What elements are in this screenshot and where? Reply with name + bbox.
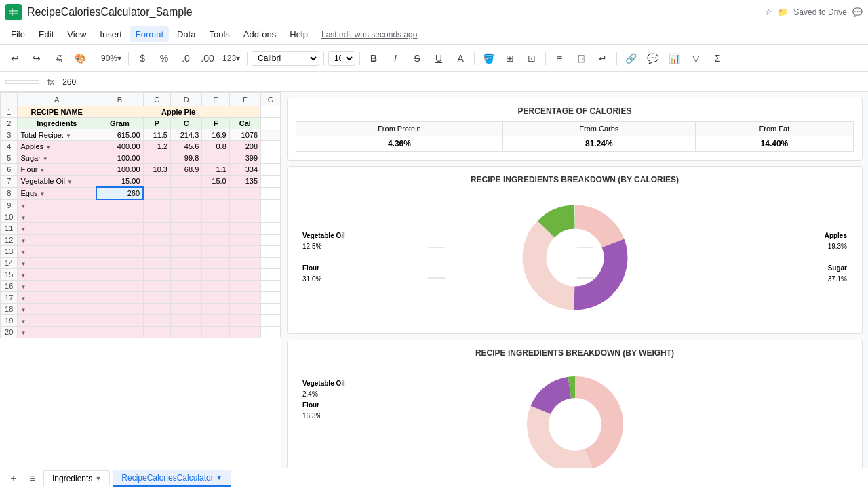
- eggs-g[interactable]: [261, 187, 281, 199]
- total-cal[interactable]: 1076: [229, 129, 260, 141]
- redo-btn[interactable]: ↪: [27, 49, 46, 68]
- print-btn[interactable]: 🖨: [49, 49, 68, 68]
- sugar-f[interactable]: [202, 152, 229, 164]
- col-header-G[interactable]: G: [261, 93, 281, 106]
- col-header-F[interactable]: F: [229, 93, 260, 106]
- insert-comment-btn[interactable]: 💬: [643, 49, 662, 68]
- col-header-C[interactable]: C: [143, 93, 170, 106]
- sheet-list-btn[interactable]: ≡: [24, 470, 41, 487]
- wrap-btn[interactable]: ↵: [593, 49, 612, 68]
- undo-btn[interactable]: ↩: [5, 49, 24, 68]
- total-g[interactable]: [261, 129, 281, 141]
- vegoil-g[interactable]: [261, 176, 281, 188]
- dec-more-btn[interactable]: .00: [198, 49, 217, 68]
- ingredient-sugar[interactable]: Sugar ▼: [18, 152, 96, 164]
- function-btn[interactable]: Σ: [708, 49, 727, 68]
- dropdown-sugar[interactable]: ▼: [43, 156, 48, 162]
- vegoil-c[interactable]: [171, 176, 202, 188]
- fill-color-btn[interactable]: 🪣: [479, 49, 498, 68]
- total-f[interactable]: 16.9: [202, 129, 229, 141]
- valign-btn[interactable]: ⌻: [572, 49, 591, 68]
- sugar-g[interactable]: [261, 152, 281, 164]
- recipe-name-label[interactable]: RECIPE NAME: [18, 106, 96, 118]
- insert-link-btn[interactable]: 🔗: [621, 49, 640, 68]
- menu-tools[interactable]: Tools: [203, 26, 235, 42]
- sheet-tab-ingredients[interactable]: Ingredients ▼: [43, 470, 110, 486]
- vegoil-f[interactable]: 15.0: [202, 176, 229, 188]
- sugar-c[interactable]: 99.8: [171, 152, 202, 164]
- col-header-E[interactable]: E: [202, 93, 229, 106]
- font-size-select[interactable]: 10: [328, 51, 355, 66]
- header-ingredients[interactable]: Ingredients: [18, 118, 96, 129]
- format-num-select[interactable]: 123 ▾: [220, 52, 243, 64]
- menu-addons[interactable]: Add-ons: [238, 26, 281, 42]
- vegoil-p[interactable]: [143, 176, 170, 188]
- header-cal[interactable]: Cal: [229, 118, 260, 129]
- strikethrough-btn[interactable]: S: [408, 49, 427, 68]
- vegoil-gram[interactable]: 15.00: [96, 176, 143, 188]
- apples-g[interactable]: [261, 141, 281, 152]
- header-f[interactable]: F: [202, 118, 229, 129]
- dropdown-vegoil[interactable]: ▼: [67, 179, 73, 185]
- col-header-A[interactable]: A: [18, 93, 96, 106]
- menu-data[interactable]: Data: [172, 26, 201, 42]
- chat-icon[interactable]: 💬: [852, 7, 863, 17]
- underline-btn[interactable]: U: [429, 49, 448, 68]
- total-p[interactable]: 11.5: [143, 129, 170, 141]
- formula-input[interactable]: [62, 77, 863, 87]
- dec-less-btn[interactable]: .0: [176, 49, 195, 68]
- merge-btn[interactable]: ⊡: [522, 49, 541, 68]
- flour-f[interactable]: 1.1: [202, 164, 229, 176]
- apples-cal[interactable]: 208: [229, 141, 260, 152]
- menu-format[interactable]: Format: [130, 26, 169, 42]
- recipe-name-value[interactable]: Apple Pie: [96, 106, 261, 118]
- apples-c[interactable]: 45.6: [171, 141, 202, 152]
- header-g[interactable]: [261, 118, 281, 129]
- ingredient-vegoil[interactable]: Vegetable Oil ▼: [18, 176, 96, 188]
- insert-chart-btn[interactable]: 📊: [665, 49, 684, 68]
- menu-insert[interactable]: Insert: [94, 26, 127, 42]
- dropdown-flour[interactable]: ▼: [40, 167, 45, 174]
- star-icon[interactable]: ☆: [765, 7, 772, 17]
- eggs-p[interactable]: [143, 187, 170, 199]
- align-btn[interactable]: ≡: [550, 49, 569, 68]
- vegoil-cal[interactable]: 135: [229, 176, 260, 188]
- eggs-gram[interactable]: 260: [96, 187, 143, 199]
- apples-f[interactable]: 0.8: [202, 141, 229, 152]
- col-header-B[interactable]: B: [96, 93, 143, 106]
- sugar-gram[interactable]: 100.00: [96, 152, 143, 164]
- cell-g1[interactable]: [261, 106, 281, 118]
- apples-p[interactable]: 1.2: [143, 141, 170, 152]
- ingredient-eggs[interactable]: Eggs ▼: [18, 187, 96, 199]
- add-sheet-btn[interactable]: +: [5, 470, 22, 487]
- flour-p[interactable]: 10.3: [143, 164, 170, 176]
- sugar-p[interactable]: [143, 152, 170, 164]
- menu-view[interactable]: View: [62, 26, 92, 42]
- folder-icon[interactable]: 📁: [778, 7, 788, 17]
- sugar-cal[interactable]: 399: [229, 152, 260, 164]
- eggs-f[interactable]: [202, 187, 229, 199]
- last-edit[interactable]: Last edit was seconds ago: [321, 30, 417, 39]
- eggs-c[interactable]: [171, 187, 202, 199]
- col-header-D[interactable]: D: [171, 93, 202, 106]
- bold-btn[interactable]: B: [364, 49, 383, 68]
- apples-gram[interactable]: 400.00: [96, 141, 143, 152]
- header-gram[interactable]: Gram: [96, 118, 143, 129]
- eggs-cal[interactable]: [229, 187, 260, 199]
- borders-btn[interactable]: ⊞: [500, 49, 519, 68]
- sheet-tab-calculator-arrow[interactable]: ▼: [216, 474, 222, 481]
- dropdown-apples[interactable]: ▼: [45, 144, 51, 150]
- italic-btn[interactable]: I: [386, 49, 405, 68]
- menu-edit[interactable]: Edit: [33, 26, 59, 42]
- font-select[interactable]: Calibri: [252, 51, 319, 66]
- currency-btn[interactable]: $: [133, 49, 152, 68]
- total-label[interactable]: Total Recipe: ▼: [18, 129, 96, 141]
- flour-g[interactable]: [261, 164, 281, 176]
- flour-gram[interactable]: 100.00: [96, 164, 143, 176]
- filter-btn[interactable]: ▽: [686, 49, 705, 68]
- zoom-select[interactable]: 90% ▾: [98, 52, 124, 64]
- paint-format-btn[interactable]: 🎨: [71, 49, 90, 68]
- ingredient-flour[interactable]: Flour ▼: [18, 164, 96, 176]
- header-c[interactable]: C: [171, 118, 202, 129]
- total-gram[interactable]: 615.00: [96, 129, 143, 141]
